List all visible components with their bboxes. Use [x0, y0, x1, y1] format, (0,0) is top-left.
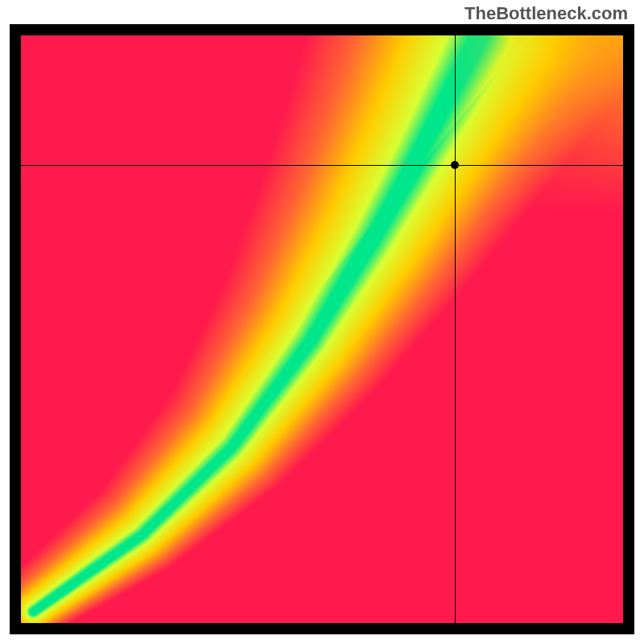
marker-point [451, 161, 459, 169]
heatmap-canvas [21, 35, 623, 623]
crosshair-horizontal [21, 165, 623, 166]
chart-border [10, 24, 634, 634]
chart-container: TheBottleneck.com [0, 0, 644, 644]
watermark-text: TheBottleneck.com [464, 3, 628, 24]
crosshair-vertical [455, 35, 456, 623]
